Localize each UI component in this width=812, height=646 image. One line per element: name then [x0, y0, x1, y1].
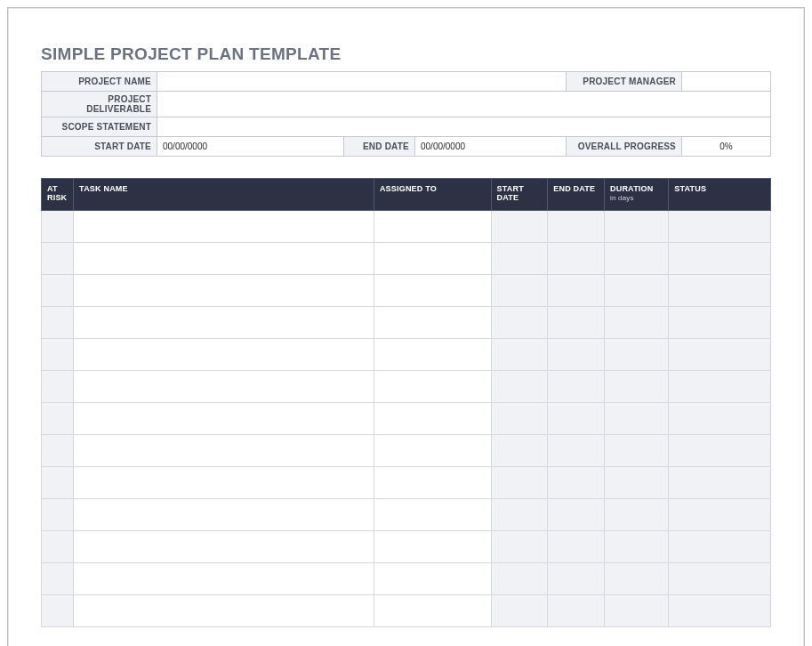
cell-assigned-to[interactable]	[374, 275, 491, 307]
cell-task-name[interactable]	[74, 275, 374, 307]
cell-duration[interactable]	[605, 339, 669, 371]
cell-assigned-to[interactable]	[374, 403, 491, 435]
value-project-name[interactable]	[157, 72, 567, 92]
cell-status[interactable]	[669, 403, 771, 435]
cell-at-risk[interactable]	[42, 499, 74, 531]
cell-start-date[interactable]	[491, 403, 548, 435]
cell-task-name[interactable]	[74, 403, 374, 435]
cell-status[interactable]	[669, 563, 771, 595]
cell-status[interactable]	[669, 467, 771, 499]
cell-duration[interactable]	[605, 403, 669, 435]
table-row	[42, 435, 771, 467]
cell-at-risk[interactable]	[42, 435, 74, 467]
cell-task-name[interactable]	[74, 339, 374, 371]
cell-at-risk[interactable]	[42, 275, 74, 307]
value-scope[interactable]	[157, 117, 771, 137]
cell-end-date[interactable]	[548, 243, 605, 275]
cell-task-name[interactable]	[74, 595, 374, 627]
cell-assigned-to[interactable]	[374, 595, 491, 627]
cell-start-date[interactable]	[491, 467, 548, 499]
cell-duration[interactable]	[605, 467, 669, 499]
cell-start-date[interactable]	[491, 211, 548, 243]
cell-status[interactable]	[669, 275, 771, 307]
cell-start-date[interactable]	[491, 563, 548, 595]
cell-duration[interactable]	[605, 275, 669, 307]
cell-task-name[interactable]	[74, 531, 374, 563]
cell-at-risk[interactable]	[42, 371, 74, 403]
cell-duration[interactable]	[605, 595, 669, 627]
value-end-date[interactable]: 00/00/0000	[414, 137, 566, 157]
cell-end-date[interactable]	[548, 531, 605, 563]
cell-assigned-to[interactable]	[374, 435, 491, 467]
cell-start-date[interactable]	[491, 275, 548, 307]
cell-end-date[interactable]	[548, 371, 605, 403]
cell-start-date[interactable]	[491, 499, 548, 531]
cell-status[interactable]	[669, 243, 771, 275]
cell-duration[interactable]	[605, 435, 669, 467]
cell-at-risk[interactable]	[42, 403, 74, 435]
cell-start-date[interactable]	[491, 435, 548, 467]
cell-task-name[interactable]	[74, 499, 374, 531]
cell-task-name[interactable]	[74, 371, 374, 403]
cell-duration[interactable]	[605, 307, 669, 339]
cell-status[interactable]	[669, 595, 771, 627]
header-task-name: TASK NAME	[74, 179, 374, 211]
cell-status[interactable]	[669, 435, 771, 467]
cell-status[interactable]	[669, 499, 771, 531]
cell-start-date[interactable]	[491, 531, 548, 563]
cell-at-risk[interactable]	[42, 307, 74, 339]
cell-at-risk[interactable]	[42, 531, 74, 563]
value-deliverable[interactable]	[157, 92, 771, 117]
cell-assigned-to[interactable]	[374, 371, 491, 403]
cell-status[interactable]	[669, 211, 771, 243]
cell-end-date[interactable]	[548, 435, 605, 467]
cell-duration[interactable]	[605, 531, 669, 563]
cell-assigned-to[interactable]	[374, 339, 491, 371]
cell-task-name[interactable]	[74, 563, 374, 595]
cell-assigned-to[interactable]	[374, 243, 491, 275]
cell-status[interactable]	[669, 339, 771, 371]
cell-task-name[interactable]	[74, 467, 374, 499]
cell-start-date[interactable]	[491, 595, 548, 627]
cell-assigned-to[interactable]	[374, 467, 491, 499]
cell-at-risk[interactable]	[42, 211, 74, 243]
cell-status[interactable]	[669, 531, 771, 563]
cell-at-risk[interactable]	[42, 339, 74, 371]
cell-start-date[interactable]	[491, 307, 548, 339]
cell-task-name[interactable]	[74, 307, 374, 339]
cell-end-date[interactable]	[548, 275, 605, 307]
cell-task-name[interactable]	[74, 243, 374, 275]
cell-end-date[interactable]	[548, 563, 605, 595]
cell-start-date[interactable]	[491, 339, 548, 371]
cell-start-date[interactable]	[491, 371, 548, 403]
value-project-manager[interactable]	[682, 72, 771, 92]
cell-duration[interactable]	[605, 211, 669, 243]
cell-at-risk[interactable]	[42, 563, 74, 595]
cell-end-date[interactable]	[548, 403, 605, 435]
cell-at-risk[interactable]	[42, 595, 74, 627]
label-deliverable: PROJECT DELIVERABLE	[42, 92, 157, 117]
cell-assigned-to[interactable]	[374, 499, 491, 531]
cell-duration[interactable]	[605, 499, 669, 531]
cell-duration[interactable]	[605, 563, 669, 595]
cell-at-risk[interactable]	[42, 243, 74, 275]
cell-status[interactable]	[669, 371, 771, 403]
cell-assigned-to[interactable]	[374, 531, 491, 563]
cell-assigned-to[interactable]	[374, 307, 491, 339]
value-start-date[interactable]: 00/00/0000	[157, 137, 344, 157]
cell-duration[interactable]	[605, 243, 669, 275]
cell-end-date[interactable]	[548, 595, 605, 627]
cell-status[interactable]	[669, 307, 771, 339]
cell-task-name[interactable]	[74, 211, 374, 243]
cell-duration[interactable]	[605, 371, 669, 403]
cell-end-date[interactable]	[548, 499, 605, 531]
cell-task-name[interactable]	[74, 435, 374, 467]
cell-end-date[interactable]	[548, 307, 605, 339]
cell-assigned-to[interactable]	[374, 211, 491, 243]
cell-assigned-to[interactable]	[374, 563, 491, 595]
cell-end-date[interactable]	[548, 339, 605, 371]
cell-start-date[interactable]	[491, 243, 548, 275]
cell-end-date[interactable]	[548, 211, 605, 243]
cell-end-date[interactable]	[548, 467, 605, 499]
cell-at-risk[interactable]	[42, 467, 74, 499]
